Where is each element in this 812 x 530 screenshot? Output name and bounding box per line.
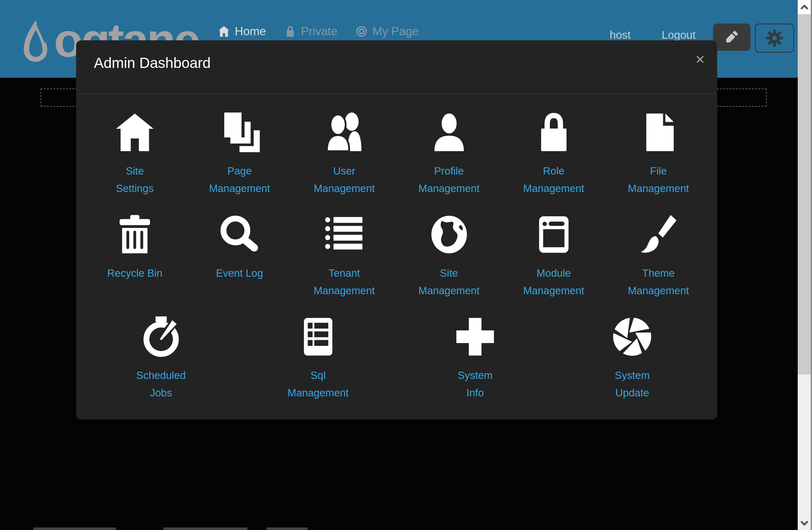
tile-label: Role Management	[506, 162, 601, 197]
tile-system-update[interactable]: System Update	[584, 316, 680, 401]
person-icon	[427, 112, 471, 153]
tile-label: System Update	[584, 367, 680, 401]
tile-recycle-bin[interactable]: Recycle Bin	[87, 214, 183, 299]
home-icon	[113, 112, 157, 153]
tile-label: Theme Management	[611, 264, 706, 299]
gear-icon	[766, 29, 783, 47]
tile-sql-management[interactable]: Sql Management	[271, 316, 366, 401]
tile-profile-management[interactable]: Profile Management	[402, 111, 497, 197]
tile-theme-management[interactable]: Theme Management	[611, 214, 706, 299]
tile-label: Page Management	[192, 162, 287, 197]
modal-header: Admin Dashboard ✕	[76, 40, 717, 94]
settings-button[interactable]	[755, 24, 794, 53]
logout-link[interactable]: Logout	[662, 29, 696, 41]
list-icon	[322, 214, 366, 255]
tile-role-management[interactable]: Role Management	[506, 111, 601, 197]
clipped-text-fragment	[33, 528, 116, 530]
globe-icon	[427, 214, 471, 255]
file-icon	[637, 112, 680, 153]
scrollbar-thumb[interactable]	[798, 14, 811, 374]
medical-cross-icon	[453, 316, 497, 357]
edit-mode-button[interactable]	[713, 24, 751, 51]
clipped-bottom-content	[0, 527, 798, 530]
tile-label: User Management	[296, 162, 392, 197]
modal-title: Admin Dashboard	[94, 54, 211, 71]
admin-tile-grid: Site Settings Page Management User Manag…	[76, 94, 717, 418]
tile-label: Site Settings	[87, 162, 183, 197]
tile-label: Tenant Management	[296, 264, 392, 299]
tile-tenant-management[interactable]: Tenant Management	[296, 214, 392, 299]
tile-label: File Management	[611, 162, 706, 197]
tile-label: Scheduled Jobs	[114, 367, 209, 401]
admin-dashboard-modal: Admin Dashboard ✕ Site Settings Page Man…	[76, 40, 717, 419]
tile-label: Site Management	[402, 264, 497, 299]
tile-module-management[interactable]: Module Management	[506, 214, 601, 299]
clipped-text-fragment	[266, 528, 308, 530]
tile-label: Profile Management	[402, 162, 497, 197]
tile-site-settings[interactable]: Site Settings	[87, 111, 183, 197]
lock-icon	[532, 112, 576, 153]
brush-icon	[637, 214, 680, 255]
people-icon	[322, 112, 366, 153]
spreadsheet-icon	[296, 316, 340, 357]
tile-label: System Info	[427, 367, 523, 401]
tile-label: Event Log	[192, 264, 287, 282]
trash-icon	[113, 214, 157, 255]
tile-scheduled-jobs[interactable]: Scheduled Jobs	[114, 316, 209, 401]
tile-user-management[interactable]: User Management	[296, 111, 392, 197]
pencil-icon	[724, 30, 739, 44]
layers-icon	[218, 112, 261, 153]
chevron-up-icon	[800, 5, 809, 10]
timer-icon	[139, 316, 183, 357]
close-icon[interactable]: ✕	[695, 54, 705, 66]
scroll-up-button[interactable]	[798, 0, 811, 14]
magnifying-glass-icon	[218, 214, 261, 255]
username-link[interactable]: host	[610, 29, 630, 41]
tile-system-info[interactable]: System Info	[427, 316, 523, 401]
clipped-text-fragment	[163, 528, 247, 530]
tile-site-management[interactable]: Site Management	[402, 214, 497, 299]
tile-label: Sql Management	[271, 367, 366, 401]
vertical-scrollbar[interactable]	[798, 0, 812, 530]
tile-event-log[interactable]: Event Log	[192, 214, 287, 299]
aperture-icon	[610, 316, 654, 357]
tile-file-management[interactable]: File Management	[611, 111, 706, 197]
tile-label: Recycle Bin	[87, 264, 183, 282]
tile-label: Module Management	[506, 264, 601, 299]
tile-page-management[interactable]: Page Management	[192, 111, 287, 197]
browser-icon	[532, 214, 576, 255]
chevron-down-icon	[800, 520, 809, 526]
scroll-down-button[interactable]	[798, 517, 811, 529]
